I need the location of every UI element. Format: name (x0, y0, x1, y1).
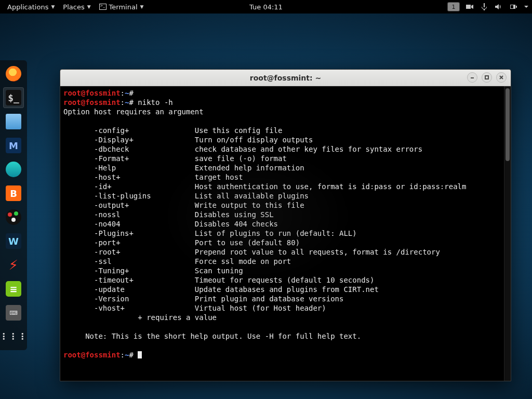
workspace-indicator[interactable]: 1 (448, 3, 459, 11)
video-recording-icon[interactable] (466, 3, 474, 11)
menu-places-label: Places (63, 3, 84, 11)
chevron-down-icon: ▼ (140, 4, 144, 9)
workspace-number: 1 (452, 4, 456, 10)
clock-label: Tue 04:11 (249, 3, 283, 11)
dock: $_ M B W ⚡ ≡ ⌨ ⋮⋮⋮ (0, 60, 27, 350)
obs-icon (6, 209, 21, 225)
keyboard-icon: ⌨ (6, 305, 21, 321)
grid-icon: ⋮⋮⋮ (6, 329, 21, 344)
menu-terminal[interactable]: Terminal ▼ (95, 0, 148, 14)
dock-obs[interactable] (3, 207, 24, 228)
menu-places[interactable]: Places ▼ (59, 0, 95, 14)
terminal-icon: $_ (6, 90, 21, 105)
microphone-icon[interactable] (480, 3, 488, 11)
terminal-icon (99, 4, 107, 10)
window-titlebar[interactable]: root@fossmint: ~ (60, 70, 511, 86)
dock-burpsuite[interactable]: B (3, 183, 24, 204)
terminal-scrollbar[interactable] (504, 86, 511, 381)
dock-app-anime[interactable] (3, 159, 24, 180)
metasploit-icon: M (6, 138, 21, 153)
scrollbar-thumb[interactable] (506, 88, 510, 161)
firefox-icon (6, 66, 21, 82)
window-title: root@fossmint: ~ (250, 74, 321, 82)
window-maximize-button[interactable] (482, 72, 492, 83)
editor-icon: ≡ (6, 281, 21, 297)
chevron-down-icon[interactable] (524, 3, 529, 11)
terminal-window: root@fossmint: ~ root@fossmint:~# root@f… (60, 69, 511, 381)
dock-onscreen-keyboard[interactable]: ⌨ (3, 302, 24, 323)
window-minimize-button[interactable] (467, 72, 477, 83)
chevron-down-icon: ▼ (51, 4, 55, 9)
chevron-down-icon: ▼ (87, 4, 91, 9)
dock-wireshark[interactable]: W (3, 231, 24, 251)
terminal-body[interactable]: root@fossmint:~# root@fossmint:~# nikto … (60, 86, 511, 381)
dock-editor[interactable]: ≡ (3, 278, 24, 299)
dock-terminal[interactable]: $_ (3, 87, 24, 108)
folder-icon (6, 114, 21, 129)
terminal-output: root@fossmint:~# root@fossmint:~# nikto … (60, 86, 504, 381)
system-tray: 1 (448, 3, 529, 11)
menu-applications[interactable]: Applications ▼ (3, 0, 59, 14)
dock-show-applications[interactable]: ⋮⋮⋮ (3, 326, 24, 347)
battery-icon[interactable] (509, 3, 517, 11)
window-close-button[interactable] (496, 72, 507, 83)
app-icon (6, 162, 21, 177)
menu-applications-label: Applications (7, 3, 48, 11)
dock-metasploit[interactable]: M (3, 135, 24, 156)
svg-rect-1 (485, 76, 488, 79)
clock[interactable]: Tue 04:11 (249, 3, 283, 11)
menu-terminal-label: Terminal (109, 3, 138, 11)
top-panel: Applications ▼ Places ▼ Terminal ▼ Tue 0… (0, 0, 532, 14)
dock-files[interactable] (3, 111, 24, 132)
volume-icon[interactable] (495, 3, 503, 11)
wireshark-icon: W (6, 233, 21, 249)
app-icon: ⚡ (6, 257, 21, 273)
burpsuite-icon: B (6, 185, 21, 201)
dock-firefox[interactable] (3, 63, 24, 84)
dock-app-red[interactable]: ⚡ (3, 255, 24, 275)
window-controls (467, 72, 507, 83)
